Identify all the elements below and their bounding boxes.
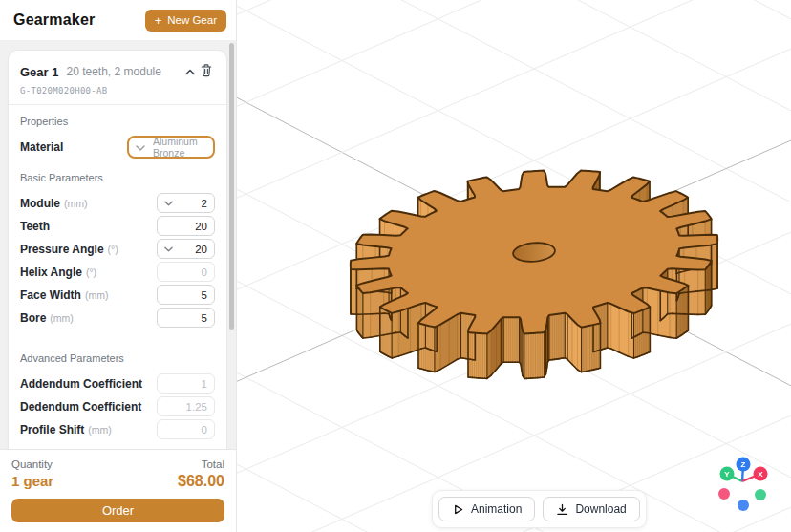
basic-parameters-heading: Basic Parameters xyxy=(20,172,215,183)
bore-input[interactable]: 5 xyxy=(157,308,215,328)
order-button[interactable]: Order xyxy=(11,499,224,522)
neg-x-axis-dot[interactable] xyxy=(718,488,730,500)
face-width-label: Face Width(mm) xyxy=(20,288,108,302)
collapse-button[interactable] xyxy=(182,63,198,81)
gear-card-header: Gear 1 20 teeth, 2 module xyxy=(9,51,226,104)
animation-label: Animation xyxy=(471,502,522,516)
gear-name: Gear 1 xyxy=(20,65,58,79)
new-gear-button[interactable]: + New Gear xyxy=(145,10,226,32)
dedendum-label: Dedendum Coefficient xyxy=(20,400,141,414)
bore-label: Bore(mm) xyxy=(20,311,74,325)
play-icon xyxy=(452,503,464,516)
sidebar-scroll-area[interactable]: Gear 1 20 teeth, 2 module xyxy=(0,40,236,449)
order-footer: Quantity Total 1 gear $68.00 Order xyxy=(0,449,236,532)
teeth-input[interactable]: 20 xyxy=(157,216,215,236)
helix-angle-input: 0 xyxy=(157,262,215,282)
delete-gear-button[interactable] xyxy=(198,61,215,82)
viewer-3d-canvas[interactable] xyxy=(237,0,791,532)
svg-text:Y: Y xyxy=(724,470,730,479)
gear-card: Gear 1 20 teeth, 2 module xyxy=(8,50,227,449)
plus-icon: + xyxy=(155,14,162,27)
helix-angle-row: Helix Angle(°) 0 xyxy=(20,262,215,282)
page-title: Gearmaker xyxy=(13,11,95,29)
total-label: Total xyxy=(202,458,224,470)
y-axis-ball[interactable]: Y xyxy=(720,467,735,481)
material-label: Material xyxy=(20,140,63,154)
pressure-angle-row: Pressure Angle(°) 20 xyxy=(20,239,215,259)
total-value: $68.00 xyxy=(178,473,224,490)
addendum-label: Addendum Coefficient xyxy=(20,377,142,391)
svg-text:Z: Z xyxy=(741,460,746,469)
module-row: Module(mm) 2 xyxy=(20,193,215,213)
module-label: Module(mm) xyxy=(20,197,88,210)
top-bar: Gearmaker + New Gear xyxy=(0,0,236,40)
neg-y-axis-dot[interactable] xyxy=(755,489,766,500)
svg-text:X: X xyxy=(758,470,763,479)
gearmaker-app: Gearmaker + New Gear Gear 1 20 teeth, 2 … xyxy=(0,0,791,532)
z-axis-ball[interactable]: Z xyxy=(737,458,751,472)
profile-shift-row: Profile Shift(mm) 0 xyxy=(20,419,215,439)
dedendum-input: 1.25 xyxy=(157,396,215,416)
download-icon xyxy=(556,503,568,516)
sidebar-scrollbar[interactable] xyxy=(229,43,234,330)
gear-summary: 20 teeth, 2 module xyxy=(66,65,182,78)
chevron-down-icon xyxy=(164,246,173,252)
download-label: Download xyxy=(575,502,626,516)
x-axis-ball[interactable]: X xyxy=(754,467,768,481)
download-button[interactable]: Download xyxy=(543,497,639,521)
chevron-up-icon xyxy=(184,65,196,79)
gear-code: G-T020M020H00-AB xyxy=(20,86,215,96)
teeth-row: Teeth 20 xyxy=(20,216,215,236)
orientation-gizmo[interactable]: Z Y X xyxy=(712,449,779,521)
section-advanced-parameters: Advanced Parameters Addendum Coefficient… xyxy=(9,342,226,444)
dedendum-row: Dedendum Coefficient 1.25 xyxy=(20,396,215,416)
helix-angle-label: Helix Angle(°) xyxy=(20,266,96,279)
new-gear-label: New Gear xyxy=(167,14,217,26)
pressure-angle-input[interactable]: 20 xyxy=(157,239,215,259)
profile-shift-label: Profile Shift(mm) xyxy=(20,423,112,436)
sidebar: Gearmaker + New Gear Gear 1 20 teeth, 2 … xyxy=(0,0,237,532)
trash-icon xyxy=(200,63,213,80)
bore-row: Bore(mm) 5 xyxy=(20,308,215,328)
section-basic-parameters: Basic Parameters Module(mm) 2 Teeth 20 xyxy=(9,161,226,332)
material-row: Material Aluminum Bronze xyxy=(20,137,215,157)
quantity-value: 1 gear xyxy=(11,473,53,489)
quantity-label: Quantity xyxy=(11,458,53,470)
material-value: Aluminum Bronze xyxy=(153,136,206,159)
chevron-down-icon xyxy=(164,201,173,206)
profile-shift-input: 0 xyxy=(157,419,215,439)
advanced-parameters-heading: Advanced Parameters xyxy=(20,352,215,364)
chevron-down-icon xyxy=(136,141,145,153)
section-properties: Properties Material Aluminum Bronze xyxy=(9,105,226,161)
animation-button[interactable]: Animation xyxy=(438,497,535,521)
addendum-input: 1 xyxy=(157,373,215,394)
addendum-row: Addendum Coefficient 1 xyxy=(20,373,215,394)
face-width-input[interactable]: 5 xyxy=(157,285,215,305)
material-select[interactable]: Aluminum Bronze xyxy=(127,136,215,159)
viewer-controls: Animation Download xyxy=(432,490,647,528)
face-width-row: Face Width(mm) 5 xyxy=(20,285,215,305)
neg-z-axis-dot[interactable] xyxy=(738,500,749,511)
teeth-label: Teeth xyxy=(20,220,50,233)
pressure-angle-label: Pressure Angle(°) xyxy=(20,243,118,256)
properties-heading: Properties xyxy=(20,116,215,127)
module-input[interactable]: 2 xyxy=(157,193,215,213)
